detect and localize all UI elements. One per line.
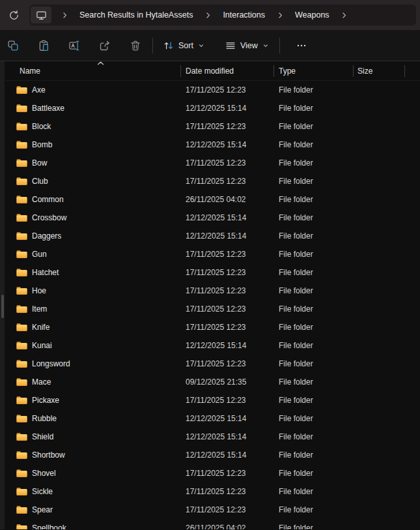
type-cell: File folder	[274, 359, 354, 368]
date-modified-cell: 12/12/2025 15:14	[181, 414, 274, 423]
file-row[interactable]: Common 26/11/2025 04:02 File folder	[6, 190, 420, 209]
date-modified-cell: 17/11/2025 12:23	[181, 396, 274, 405]
more-icon	[296, 40, 307, 51]
share-button[interactable]	[92, 34, 118, 57]
file-name: Hoe	[32, 286, 46, 295]
date-modified-cell: 17/11/2025 12:23	[181, 85, 274, 95]
file-name: Knife	[32, 323, 49, 332]
type-cell: File folder	[274, 286, 354, 295]
file-row[interactable]: Hatchet 17/11/2025 12:23 File folder	[6, 263, 420, 282]
file-name-cell: Bow	[6, 158, 181, 168]
column-header-name[interactable]: Name	[6, 65, 181, 78]
type-cell: File folder	[274, 396, 354, 405]
nav-pane-scrollbar[interactable]	[0, 61, 5, 529]
file-row[interactable]: Kunai 12/12/2025 15:14 File folder	[6, 336, 420, 355]
file-row[interactable]: Item 17/11/2025 12:23 File folder	[6, 300, 420, 318]
command-bar: Sort View	[0, 30, 420, 61]
file-name: Gun	[32, 250, 47, 259]
paste-button[interactable]	[31, 34, 57, 57]
copy-button[interactable]	[0, 34, 26, 57]
file-row[interactable]: Spellbook 26/11/2025 04:02 File folder	[6, 519, 420, 529]
file-row[interactable]: Shovel 17/11/2025 12:23 File folder	[6, 464, 420, 482]
type-cell: File folder	[274, 450, 354, 460]
file-name: Battleaxe	[32, 104, 64, 113]
type-cell: File folder	[274, 323, 354, 332]
file-row[interactable]: Bow 17/11/2025 12:23 File folder	[6, 154, 420, 172]
folder-icon	[16, 487, 27, 496]
file-row[interactable]: Daggers 12/12/2025 15:14 File folder	[6, 227, 420, 245]
file-rows: Axe 17/11/2025 12:23 File folder Battlea…	[0, 81, 420, 529]
file-row[interactable]: Pickaxe 17/11/2025 12:23 File folder	[6, 391, 420, 409]
file-row[interactable]: Block 17/11/2025 12:23 File folder	[6, 117, 420, 136]
file-name-cell: Bomb	[6, 140, 181, 149]
breadcrumb-interactions[interactable]: Interactions	[221, 7, 267, 23]
file-name: Spear	[32, 505, 53, 514]
sort-button[interactable]: Sort	[157, 34, 211, 57]
file-row[interactable]: Club 17/11/2025 12:23 File folder	[6, 172, 420, 190]
breadcrumb-chevron[interactable]	[195, 7, 221, 23]
file-row[interactable]: Gun 17/11/2025 12:23 File folder	[6, 245, 420, 263]
file-name-cell: Club	[6, 177, 181, 186]
breadcrumb-chevron[interactable]	[51, 7, 77, 23]
refresh-button[interactable]	[2, 3, 25, 27]
type-cell: File folder	[274, 158, 354, 168]
folder-icon	[16, 432, 27, 441]
date-modified-cell: 17/11/2025 12:23	[181, 250, 274, 259]
file-name-cell: Daggers	[6, 231, 181, 241]
column-label: Size	[357, 66, 372, 76]
file-row[interactable]: Hoe 17/11/2025 12:23 File folder	[6, 282, 420, 300]
chevron-right-icon	[62, 12, 68, 19]
file-name-cell: Hoe	[6, 286, 181, 295]
refresh-icon	[8, 10, 20, 21]
file-row[interactable]: Bomb 12/12/2025 15:14 File folder	[6, 136, 420, 154]
file-row[interactable]: Longsword 17/11/2025 12:23 File folder	[6, 355, 420, 373]
column-header-date-modified[interactable]: Date modified	[181, 65, 274, 78]
type-cell: File folder	[274, 469, 354, 478]
file-name-cell: Sickle	[6, 487, 181, 496]
file-row[interactable]: Shortbow 12/12/2025 15:14 File folder	[6, 446, 420, 464]
folder-icon	[16, 85, 27, 95]
file-row[interactable]: Mace 09/12/2025 21:35 File folder	[6, 373, 420, 391]
file-row[interactable]: Axe 17/11/2025 12:23 File folder	[6, 81, 420, 99]
file-name-cell: Shield	[6, 432, 181, 441]
file-name-cell: Item	[6, 304, 181, 314]
this-pc-button[interactable]	[31, 7, 51, 23]
file-name: Bow	[32, 158, 47, 168]
file-name-cell: Kunai	[6, 341, 181, 350]
file-row[interactable]: Shield 12/12/2025 15:14 File folder	[6, 428, 420, 446]
delete-button[interactable]	[122, 34, 148, 57]
file-row[interactable]: Knife 17/11/2025 12:23 File folder	[6, 318, 420, 336]
rename-button[interactable]	[61, 34, 87, 57]
file-name-cell: Hatchet	[6, 268, 181, 277]
folder-icon	[16, 469, 27, 478]
view-button[interactable]: View	[219, 34, 275, 57]
address-bar[interactable]: Search Results in HytaleAssets Interacti…	[29, 5, 416, 25]
file-name: Shovel	[32, 469, 56, 478]
breadcrumb-weapons[interactable]: Weapons	[293, 7, 331, 23]
date-modified-cell: 17/11/2025 12:23	[181, 158, 274, 168]
file-row[interactable]: Spear 17/11/2025 12:23 File folder	[6, 501, 420, 519]
folder-icon	[16, 268, 27, 277]
scrollbar-thumb[interactable]	[1, 295, 4, 318]
copy-icon	[7, 40, 19, 52]
date-modified-cell: 17/11/2025 12:23	[181, 122, 274, 131]
more-options-button[interactable]	[288, 34, 315, 57]
type-cell: File folder	[274, 487, 354, 496]
column-header-size[interactable]: Size	[354, 65, 405, 78]
file-row[interactable]: Battleaxe 12/12/2025 15:14 File folder	[6, 99, 420, 117]
breadcrumb-search-results[interactable]: Search Results in HytaleAssets	[77, 7, 195, 23]
chevron-right-icon	[341, 12, 347, 19]
file-row[interactable]: Sickle 17/11/2025 12:23 File folder	[6, 482, 420, 501]
folder-icon	[16, 450, 27, 460]
folder-icon	[16, 195, 27, 204]
folder-icon	[16, 177, 27, 186]
folder-icon	[16, 140, 27, 149]
breadcrumb-chevron[interactable]	[267, 7, 293, 23]
type-cell: File folder	[274, 304, 354, 314]
file-name-cell: Shovel	[6, 469, 181, 478]
breadcrumb-chevron[interactable]	[331, 7, 357, 23]
column-header-type[interactable]: Type	[274, 65, 354, 78]
file-row[interactable]: Crossbow 12/12/2025 15:14 File folder	[6, 209, 420, 227]
folder-icon	[16, 304, 27, 314]
file-row[interactable]: Rubble 12/12/2025 15:14 File folder	[6, 409, 420, 428]
